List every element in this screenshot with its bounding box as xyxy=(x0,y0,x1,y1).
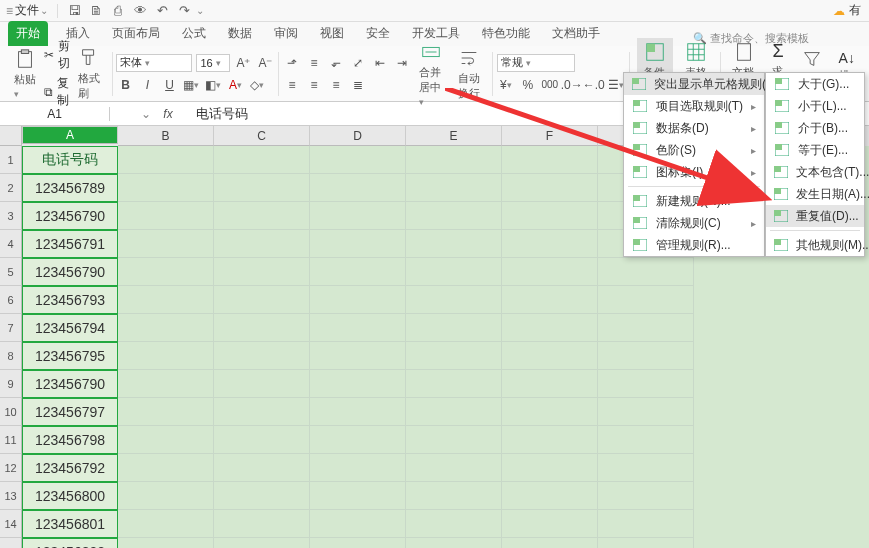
cell-E3[interactable] xyxy=(406,202,502,230)
cell-E8[interactable] xyxy=(406,342,502,370)
down-icon[interactable]: ⌄ xyxy=(138,107,154,121)
cell-E10[interactable] xyxy=(406,398,502,426)
merge-center-button[interactable]: 合并居中▾ xyxy=(415,41,446,107)
cell-D15[interactable] xyxy=(310,538,406,548)
row-header[interactable]: 2 xyxy=(0,174,22,202)
cloud-icon[interactable]: ☁ xyxy=(833,4,845,18)
cell-C6[interactable] xyxy=(214,286,310,314)
cell-A2[interactable]: 123456789 xyxy=(22,174,118,202)
cell-A4[interactable]: 123456791 xyxy=(22,230,118,258)
row-header[interactable]: 11 xyxy=(0,426,22,454)
cell-B13[interactable] xyxy=(118,482,214,510)
dec-decimal-icon[interactable]: ←.0 xyxy=(585,76,603,94)
cell-D5[interactable] xyxy=(310,258,406,286)
cell-A11[interactable]: 123456798 xyxy=(22,426,118,454)
cell-A9[interactable]: 123456790 xyxy=(22,370,118,398)
align-bottom-icon[interactable]: ⬐ xyxy=(327,54,345,72)
tab-formula[interactable]: 公式 xyxy=(178,21,210,46)
clear-format-button[interactable]: ◇▾ xyxy=(248,76,266,94)
cell-G10[interactable] xyxy=(598,398,694,426)
thousands-icon[interactable]: 000 xyxy=(541,76,559,94)
undo-icon[interactable]: ↶ xyxy=(154,3,170,19)
font-size-select[interactable]: 16▾ xyxy=(196,54,230,72)
cell-G7[interactable] xyxy=(598,314,694,342)
cell-B10[interactable] xyxy=(118,398,214,426)
row-header[interactable]: 8 xyxy=(0,342,22,370)
cell-A14[interactable]: 123456801 xyxy=(22,510,118,538)
cell-E6[interactable] xyxy=(406,286,502,314)
align-right-icon[interactable]: ≡ xyxy=(327,76,345,94)
paste-group[interactable]: 粘贴▾ xyxy=(10,48,40,99)
cell-A5[interactable]: 123456790 xyxy=(22,258,118,286)
align-center-icon[interactable]: ≡ xyxy=(305,76,323,94)
cell-F12[interactable] xyxy=(502,454,598,482)
cell-C7[interactable] xyxy=(214,314,310,342)
cell-E2[interactable] xyxy=(406,174,502,202)
cell-F3[interactable] xyxy=(502,202,598,230)
cell-B3[interactable] xyxy=(118,202,214,230)
cell-E1[interactable] xyxy=(406,146,502,174)
percent-icon[interactable]: % xyxy=(519,76,537,94)
cell-B6[interactable] xyxy=(118,286,214,314)
menu-item-new-rule[interactable]: 新建规则(N)... xyxy=(624,190,764,212)
cell-D9[interactable] xyxy=(310,370,406,398)
cell-D3[interactable] xyxy=(310,202,406,230)
menu-item-data-bars[interactable]: 数据条(D)▸ xyxy=(624,117,764,139)
cell-B2[interactable] xyxy=(118,174,214,202)
align-left-icon[interactable]: ≡ xyxy=(283,76,301,94)
cell-C13[interactable] xyxy=(214,482,310,510)
cell-F7[interactable] xyxy=(502,314,598,342)
cell-A6[interactable]: 123456793 xyxy=(22,286,118,314)
cell-B9[interactable] xyxy=(118,370,214,398)
tab-doc-helper[interactable]: 文档助手 xyxy=(548,21,604,46)
cell-D11[interactable] xyxy=(310,426,406,454)
cell-A12[interactable]: 123456792 xyxy=(22,454,118,482)
cell-G13[interactable] xyxy=(598,482,694,510)
cell-E13[interactable] xyxy=(406,482,502,510)
cell-E9[interactable] xyxy=(406,370,502,398)
cell-B12[interactable] xyxy=(118,454,214,482)
chevron-down-icon[interactable]: ⌄ xyxy=(196,5,204,16)
copy-button[interactable]: ⧉复制 xyxy=(44,75,70,109)
tab-special[interactable]: 特色功能 xyxy=(478,21,534,46)
orientation-icon[interactable]: ⤢ xyxy=(349,54,367,72)
col-header-C[interactable]: C xyxy=(214,126,310,146)
row-header[interactable]: 5 xyxy=(0,258,22,286)
cell-A10[interactable]: 123456797 xyxy=(22,398,118,426)
cell-C12[interactable] xyxy=(214,454,310,482)
row-header[interactable]: 13 xyxy=(0,482,22,510)
cell-C8[interactable] xyxy=(214,342,310,370)
cell-G11[interactable] xyxy=(598,426,694,454)
file-menu[interactable]: 文件 xyxy=(15,2,39,19)
menu-icon[interactable]: ≡ xyxy=(6,4,13,18)
formula-value[interactable]: 电话号码 xyxy=(196,105,248,123)
save-as-icon[interactable]: 🗎 xyxy=(88,3,104,19)
cell-E5[interactable] xyxy=(406,258,502,286)
menu-item-date[interactable]: 发生日期(A)... xyxy=(766,183,864,205)
menu-item-text[interactable]: 文本包含(T)... xyxy=(766,161,864,183)
menu-item-color-scales[interactable]: 色阶(S)▸ xyxy=(624,139,764,161)
cell-A15[interactable]: 123456802 xyxy=(22,538,118,548)
menu-item-icon-sets[interactable]: 图标集(I)▸ xyxy=(624,161,764,183)
cell-F13[interactable] xyxy=(502,482,598,510)
menu-item-dup[interactable]: 重复值(D)... xyxy=(766,205,864,227)
preview-icon[interactable]: 👁 xyxy=(132,3,148,19)
cell-E7[interactable] xyxy=(406,314,502,342)
cell-G6[interactable] xyxy=(598,286,694,314)
cell-E12[interactable] xyxy=(406,454,502,482)
justify-icon[interactable]: ≣ xyxy=(349,76,367,94)
cell-G15[interactable] xyxy=(598,538,694,548)
cell-B15[interactable] xyxy=(118,538,214,548)
tab-data[interactable]: 数据 xyxy=(224,21,256,46)
cell-F6[interactable] xyxy=(502,286,598,314)
indent-left-icon[interactable]: ⇤ xyxy=(371,54,389,72)
save-icon[interactable]: 🖫 xyxy=(66,3,82,19)
chevron-down-icon[interactable]: ⌄ xyxy=(40,5,48,16)
row-header[interactable]: 7 xyxy=(0,314,22,342)
cell-F1[interactable] xyxy=(502,146,598,174)
cell-C5[interactable] xyxy=(214,258,310,286)
cell-B5[interactable] xyxy=(118,258,214,286)
cell-E11[interactable] xyxy=(406,426,502,454)
cell-C14[interactable] xyxy=(214,510,310,538)
cell-D13[interactable] xyxy=(310,482,406,510)
